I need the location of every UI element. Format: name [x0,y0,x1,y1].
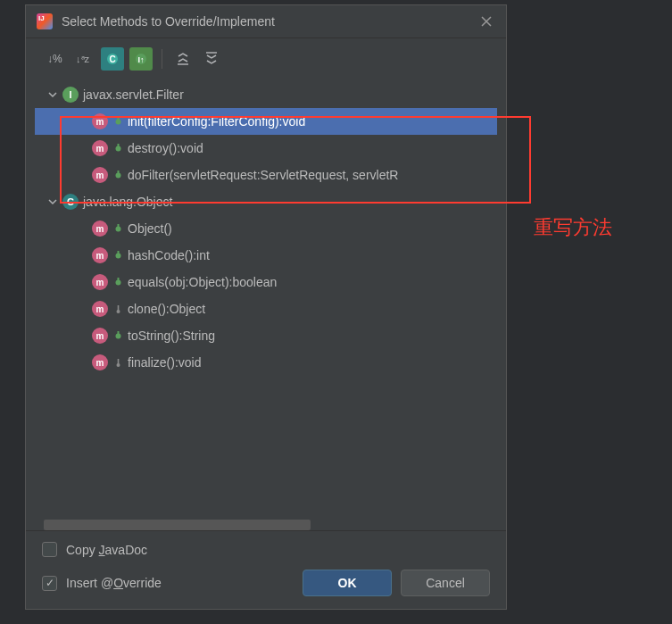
horizontal-scrollbar[interactable] [44,520,488,530]
dialog-title: Select Methods to Override/Implement [62,14,469,29]
tree-method[interactable]: mObject() [35,215,497,242]
svg-point-10 [115,146,120,151]
protected-visibility-icon [112,357,123,368]
method-icon: m [92,113,108,129]
class-icon: C [62,194,79,210]
tree-method[interactable]: mequals(obj:Object):boolean [35,269,497,295]
method-label: hashCode():int [128,248,210,262]
public-visibility-icon [112,223,123,234]
svg-point-18 [115,279,120,285]
insert-override-checkbox[interactable]: ✓ [42,576,57,591]
method-icon: m [92,328,108,344]
copy-javadoc-row[interactable]: Copy JavaDoc [42,542,490,557]
svg-rect-9 [117,117,119,120]
method-label: destroy():void [128,141,203,155]
tree-group[interactable]: Cjava.lang.Object [35,188,497,215]
show-interfaces-button[interactable]: I↑ [129,47,153,71]
svg-rect-17 [117,251,119,254]
toolbar: ↓% ↓ᵃz C I↑ [26,38,506,78]
annotation-text: 重写方法 [534,214,612,241]
tree-method[interactable]: mdestroy():void [35,135,497,162]
svg-rect-21 [117,305,119,311]
copy-javadoc-checkbox[interactable] [42,542,57,557]
expand-all-icon [176,52,190,66]
tree-method[interactable]: minit(filterConfig:FilterConfig):void [35,108,497,135]
sort-by-visibility-button[interactable]: ↓% [44,47,67,71]
method-icon: m [92,247,108,263]
svg-rect-15 [117,224,119,227]
method-label: clone():Object [128,302,205,316]
group-label: java.lang.Object [83,195,172,209]
tree-method[interactable]: mdoFilter(servletRequest:ServletRequest,… [35,162,497,188]
method-icon: m [92,140,108,156]
intellij-icon [37,13,53,29]
collapse-all-button[interactable] [200,47,223,71]
chevron-down-icon [47,89,58,100]
method-icon: m [92,354,108,370]
method-label: equals(obj:Object):boolean [128,275,277,289]
insert-override-row[interactable]: ✓ Insert @Override [42,576,162,591]
svg-text:↓%: ↓% [47,53,62,65]
public-visibility-icon [112,116,123,127]
protected-visibility-icon [112,304,123,314]
collapse-all-icon [204,52,219,66]
cancel-button[interactable]: Cancel [401,570,490,596]
svg-point-14 [115,226,120,231]
public-visibility-icon [112,277,123,287]
class-group-icon: C [106,53,119,65]
tree-method[interactable]: mhashCode():int [35,242,497,269]
sort-percent-icon: ↓% [47,51,63,67]
close-button[interactable] [477,12,495,30]
button-row: ✓ Insert @Override OK Cancel [42,570,490,596]
svg-text:I↑: I↑ [137,55,144,64]
method-icon: m [92,220,108,237]
public-visibility-icon [112,143,123,154]
ok-button[interactable]: OK [303,570,392,596]
method-icon: m [92,274,108,290]
method-icon: m [92,167,108,183]
svg-point-16 [115,253,120,258]
group-by-class-button[interactable]: C [101,47,124,71]
tree-method[interactable]: mclone():Object [35,295,497,322]
toolbar-divider [162,49,162,69]
svg-point-12 [115,172,120,178]
svg-text:↓ᵃz: ↓ᵃz [76,54,90,64]
method-label: toString():String [128,329,215,343]
method-label: init(filterConfig:FilterConfig):void [128,114,305,129]
tree-method[interactable]: mfinalize():void [35,349,497,376]
expand-all-button[interactable] [171,47,195,71]
public-visibility-icon [112,170,123,180]
override-implement-dialog: Select Methods to Override/Implement ↓% … [25,4,507,610]
method-icon: m [92,301,108,317]
svg-rect-23 [117,331,119,334]
insert-override-label: Insert @Override [66,576,162,590]
method-label: doFilter(servletRequest:ServletRequest, … [128,168,398,182]
svg-point-22 [115,333,120,338]
svg-point-8 [115,119,120,124]
method-label: Object() [128,221,172,236]
public-visibility-icon [112,330,123,341]
scroll-thumb[interactable] [44,520,311,530]
sort-alpha-icon: ↓ᵃz [76,51,92,67]
svg-rect-11 [117,144,119,146]
svg-rect-19 [117,278,119,280]
method-tree[interactable]: Ijavax.servlet.Filterminit(filterConfig:… [26,78,506,516]
svg-rect-13 [117,171,119,173]
tree-group[interactable]: Ijavax.servlet.Filter [35,81,497,108]
sort-alpha-button[interactable]: ↓ᵃz [72,47,95,71]
svg-rect-25 [117,359,119,364]
bottom-panel: Copy JavaDoc ✓ Insert @Override OK Cance… [26,530,506,609]
chevron-down-icon [47,196,58,207]
tree-method[interactable]: mtoString():String [35,322,497,349]
svg-text:C: C [109,54,115,64]
public-visibility-icon [112,250,123,261]
method-label: finalize():void [128,355,201,370]
interface-icon: I [62,87,79,103]
group-label: javax.servlet.Filter [83,87,184,102]
copy-javadoc-label: Copy JavaDoc [66,543,147,557]
titlebar: Select Methods to Override/Implement [26,5,506,38]
close-icon [481,16,492,27]
interface-up-icon: I↑ [134,52,148,66]
